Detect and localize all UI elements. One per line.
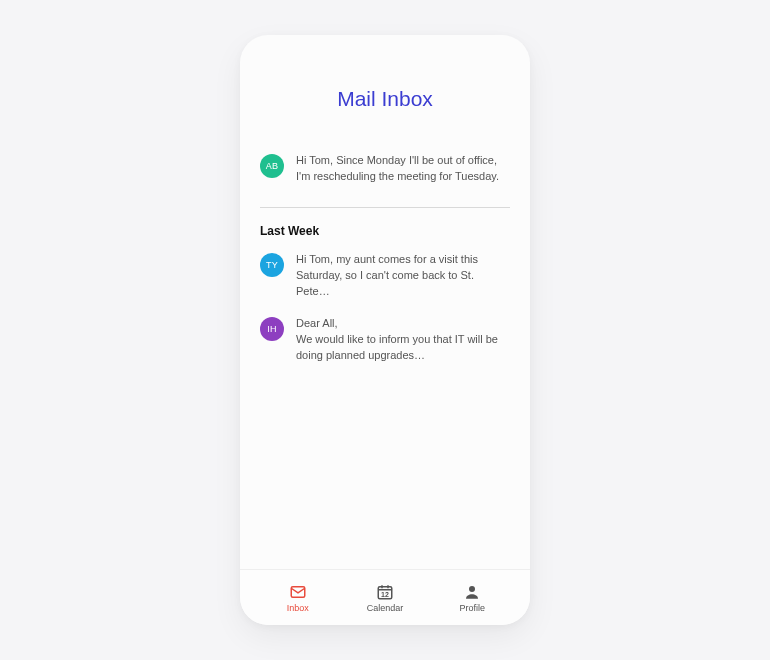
- nav-profile[interactable]: Profile: [429, 583, 516, 613]
- phone-frame: Mail Inbox AB Hi Tom, Since Monday I'll …: [240, 35, 530, 625]
- nav-calendar[interactable]: 12 Calendar: [341, 583, 428, 613]
- page-title: Mail Inbox: [260, 87, 510, 111]
- profile-icon: [463, 583, 481, 601]
- bottom-nav: Inbox 12 Calendar Profile: [240, 569, 530, 625]
- mail-item[interactable]: TY Hi Tom, my aunt comes for a visit thi…: [260, 252, 510, 300]
- avatar: IH: [260, 317, 284, 341]
- screen-content: Mail Inbox AB Hi Tom, Since Monday I'll …: [240, 35, 530, 569]
- nav-label: Calendar: [367, 603, 404, 613]
- nav-label: Inbox: [287, 603, 309, 613]
- mail-item[interactable]: AB Hi Tom, Since Monday I'll be out of o…: [260, 153, 510, 185]
- avatar: TY: [260, 253, 284, 277]
- mail-preview: Dear All,We would like to inform you tha…: [296, 316, 510, 364]
- calendar-icon: 12: [376, 583, 394, 601]
- section-divider: [260, 207, 510, 208]
- calendar-date: 12: [376, 591, 394, 598]
- avatar: AB: [260, 154, 284, 178]
- nav-label: Profile: [460, 603, 486, 613]
- mail-preview: Hi Tom, Since Monday I'll be out of offi…: [296, 153, 510, 185]
- mail-item[interactable]: IH Dear All,We would like to inform you …: [260, 316, 510, 364]
- mail-preview: Hi Tom, my aunt comes for a visit this S…: [296, 252, 510, 300]
- svg-point-5: [469, 586, 475, 592]
- envelope-icon: [289, 583, 307, 601]
- section-label-last-week: Last Week: [260, 224, 510, 238]
- nav-inbox[interactable]: Inbox: [254, 583, 341, 613]
